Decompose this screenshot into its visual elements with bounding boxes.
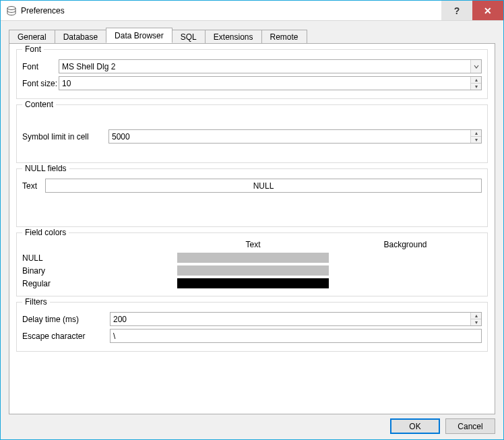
font-size-spinner[interactable]: 10 ▴▾ bbox=[59, 76, 482, 90]
group-legend: Field colors bbox=[22, 228, 69, 237]
dialog-footer: OK Cancel bbox=[9, 418, 495, 434]
color-swatch-null-text[interactable] bbox=[177, 253, 329, 263]
chevron-down-icon bbox=[470, 60, 481, 73]
font-value: MS Shell Dlg 2 bbox=[59, 62, 470, 71]
row-label: Regular bbox=[22, 279, 177, 288]
symbol-limit-label: Symbol limit in cell bbox=[22, 132, 108, 142]
null-text-label: Text bbox=[22, 181, 45, 191]
delay-time-value: 200 bbox=[111, 315, 470, 324]
svg-point-0 bbox=[7, 6, 15, 9]
tab-label: Database bbox=[63, 32, 98, 42]
tab-label: Extensions bbox=[214, 32, 253, 42]
header-text: Text bbox=[177, 240, 329, 249]
group-field-colors: Field colors Text Background NULL Binary… bbox=[16, 232, 488, 296]
button-label: OK bbox=[409, 422, 420, 431]
spinner-icon: ▴▾ bbox=[470, 313, 481, 325]
help-button[interactable]: ? bbox=[441, 1, 472, 20]
symbol-limit-value: 5000 bbox=[109, 132, 470, 142]
font-label: Font bbox=[22, 62, 59, 71]
font-combobox[interactable]: MS Shell Dlg 2 bbox=[59, 59, 482, 73]
ok-button[interactable]: OK bbox=[390, 418, 440, 434]
font-size-label: Font size: bbox=[22, 79, 59, 88]
app-icon bbox=[6, 5, 17, 16]
tab-remote[interactable]: Remote bbox=[261, 30, 307, 44]
titlebar: Preferences ? ✕ bbox=[1, 1, 503, 21]
tab-data-browser[interactable]: Data Browser bbox=[106, 28, 172, 43]
tab-extensions[interactable]: Extensions bbox=[205, 30, 262, 44]
close-button[interactable]: ✕ bbox=[472, 1, 503, 20]
tab-sql[interactable]: SQL bbox=[172, 30, 206, 44]
preferences-window: Preferences ? ✕ General Database Data Br… bbox=[0, 0, 504, 440]
tab-label: Remote bbox=[270, 32, 298, 42]
color-swatch-regular-text[interactable] bbox=[177, 278, 329, 288]
window-title: Preferences bbox=[21, 6, 65, 15]
escape-char-label: Escape character bbox=[22, 332, 110, 341]
group-filters: Filters Delay time (ms) 200 ▴▾ Escape ch… bbox=[16, 302, 488, 352]
group-content: Content Symbol limit in cell 5000 ▴▾ bbox=[16, 104, 488, 163]
tab-database[interactable]: Database bbox=[55, 30, 106, 44]
row-label: Binary bbox=[22, 266, 177, 276]
font-size-value: 10 bbox=[59, 79, 470, 88]
group-legend: Filters bbox=[22, 297, 50, 307]
group-legend: Content bbox=[22, 100, 56, 109]
row-label: NULL bbox=[22, 253, 177, 263]
spinner-icon: ▴▾ bbox=[470, 130, 481, 143]
cancel-button[interactable]: Cancel bbox=[445, 418, 495, 434]
field-color-row-regular: Regular bbox=[22, 278, 482, 289]
tab-label: Data Browser bbox=[115, 31, 164, 40]
group-null-fields: NULL fields Text bbox=[16, 168, 488, 227]
help-icon: ? bbox=[454, 5, 460, 16]
button-label: Cancel bbox=[458, 422, 482, 431]
client-area: General Database Data Browser SQL Extens… bbox=[1, 21, 503, 439]
color-swatch-binary-text[interactable] bbox=[177, 265, 329, 276]
field-colors-header: Text Background bbox=[22, 240, 482, 249]
group-legend: Font bbox=[22, 44, 44, 54]
tabstrip: General Database Data Browser SQL Extens… bbox=[9, 28, 495, 43]
field-color-row-null: NULL bbox=[22, 252, 482, 263]
tabpage-data-browser: Font Font MS Shell Dlg 2 Font size: 10 bbox=[9, 43, 495, 414]
field-color-row-binary: Binary bbox=[22, 265, 482, 276]
delay-time-spinner[interactable]: 200 ▴▾ bbox=[110, 312, 482, 326]
close-icon: ✕ bbox=[484, 5, 492, 16]
spinner-icon: ▴▾ bbox=[470, 77, 481, 90]
null-text-input[interactable] bbox=[45, 179, 482, 193]
symbol-limit-spinner[interactable]: 5000 ▴▾ bbox=[108, 129, 482, 144]
tab-general[interactable]: General bbox=[9, 30, 55, 44]
header-background: Background bbox=[329, 240, 482, 249]
group-font: Font Font MS Shell Dlg 2 Font size: 10 bbox=[16, 49, 488, 99]
delay-time-label: Delay time (ms) bbox=[22, 315, 110, 324]
escape-char-input[interactable] bbox=[110, 329, 482, 343]
group-legend: NULL fields bbox=[22, 164, 69, 173]
tab-label: General bbox=[18, 32, 46, 42]
tab-label: SQL bbox=[181, 32, 197, 42]
